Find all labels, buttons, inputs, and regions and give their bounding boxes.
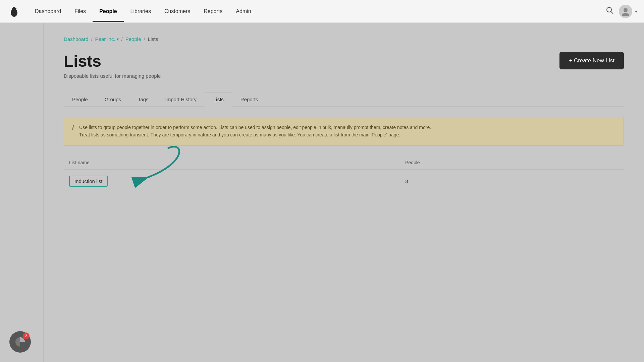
nav-right: ▾ bbox=[619, 5, 637, 18]
breadcrumb: Dashboard / Pear Inc. ▾ / People / Lists bbox=[64, 36, 624, 42]
info-box: i Use lists to group people together in … bbox=[64, 117, 624, 146]
induction-list-item[interactable]: Induction list bbox=[69, 176, 108, 187]
tab-groups[interactable]: Groups bbox=[96, 92, 129, 107]
list-name-cell: Induction list bbox=[64, 169, 400, 193]
info-text: Use lists to group people together in or… bbox=[79, 124, 431, 139]
breadcrumb-sep-3: / bbox=[144, 36, 145, 42]
lists-table: List name People Induction list 3 bbox=[64, 156, 624, 193]
breadcrumb-people[interactable]: People bbox=[125, 36, 141, 42]
nav-item-files[interactable]: Files bbox=[68, 1, 93, 22]
tab-people[interactable]: People bbox=[64, 92, 96, 107]
tab-import-history[interactable]: Import History bbox=[157, 92, 205, 107]
create-new-list-button[interactable]: + Create New List bbox=[559, 52, 624, 69]
breadcrumb-sep-2: / bbox=[121, 36, 123, 42]
page-title: Lists bbox=[64, 52, 161, 70]
nav-item-libraries[interactable]: Libraries bbox=[124, 1, 158, 22]
info-text-line2: Treat lists as something transient. They… bbox=[79, 132, 400, 137]
search-icon[interactable] bbox=[601, 7, 619, 16]
nav-item-admin[interactable]: Admin bbox=[229, 1, 258, 22]
chevron-down-icon[interactable]: ▾ bbox=[635, 9, 637, 14]
breadcrumb-sep-1: / bbox=[91, 36, 92, 42]
avatar[interactable] bbox=[619, 5, 632, 18]
nav-item-reports[interactable]: Reports bbox=[197, 1, 229, 22]
main-content: Dashboard / Pear Inc. ▾ / People / Lists… bbox=[44, 23, 644, 362]
nav-item-dashboard[interactable]: Dashboard bbox=[28, 1, 68, 22]
page-subtitle: Disposable lists useful for managing peo… bbox=[64, 73, 161, 79]
col-list-name: List name bbox=[64, 156, 400, 170]
sidebar bbox=[0, 23, 44, 362]
tab-lists[interactable]: Lists bbox=[205, 92, 232, 107]
svg-point-3 bbox=[607, 7, 611, 12]
col-people: People bbox=[400, 156, 624, 170]
tab-tags[interactable]: Tags bbox=[129, 92, 157, 107]
breadcrumb-company[interactable]: Pear Inc. ▾ bbox=[95, 36, 119, 42]
table-row: Induction list 3 bbox=[64, 169, 624, 193]
people-count-cell: 3 bbox=[400, 169, 624, 193]
nav-item-customers[interactable]: Customers bbox=[158, 1, 197, 22]
app-logo[interactable] bbox=[7, 4, 21, 19]
svg-point-5 bbox=[624, 8, 628, 12]
page-title-section: Lists Disposable lists useful for managi… bbox=[64, 52, 161, 79]
tabs: People Groups Tags Import History Lists … bbox=[64, 92, 624, 107]
tab-reports[interactable]: Reports bbox=[232, 92, 267, 107]
nav-links: Dashboard Files People Libraries Custome… bbox=[28, 1, 601, 22]
svg-line-4 bbox=[611, 11, 613, 14]
breadcrumb-current: Lists bbox=[148, 36, 158, 42]
svg-point-2 bbox=[14, 8, 16, 10]
notification-badge[interactable]: 2 bbox=[9, 331, 31, 353]
info-text-line1: Use lists to group people together in or… bbox=[79, 125, 431, 130]
breadcrumb-dashboard[interactable]: Dashboard bbox=[64, 36, 88, 42]
page-header: Lists Disposable lists useful for managi… bbox=[64, 52, 624, 79]
info-icon: i bbox=[72, 124, 74, 139]
company-chevron-icon: ▾ bbox=[117, 37, 119, 42]
navbar: Dashboard Files People Libraries Custome… bbox=[0, 0, 644, 23]
breadcrumb-company-name[interactable]: Pear Inc. bbox=[95, 36, 115, 42]
nav-item-people[interactable]: People bbox=[93, 1, 123, 22]
notification-count: 2 bbox=[23, 333, 30, 339]
svg-point-6 bbox=[622, 13, 629, 16]
